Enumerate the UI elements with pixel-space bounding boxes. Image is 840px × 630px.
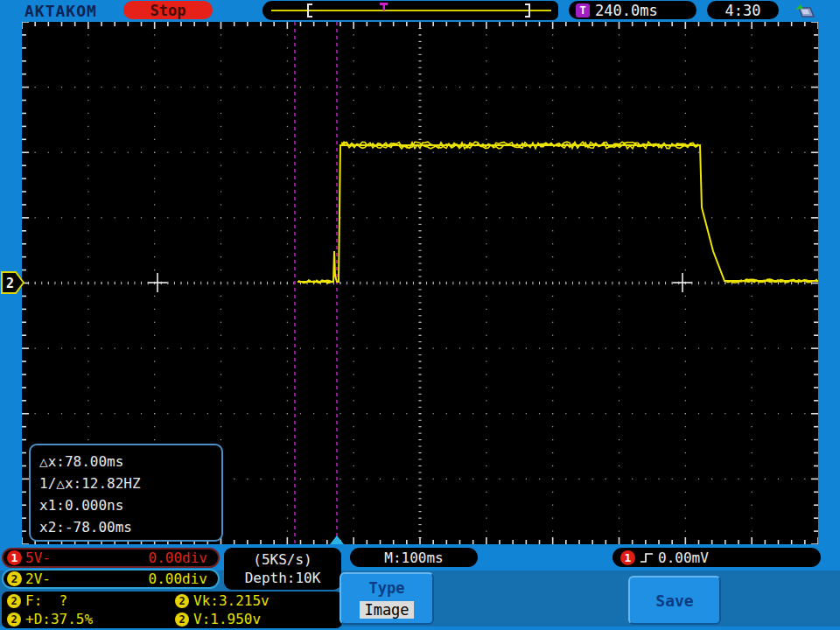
waveform-display: △x:78.00ms 1/△x:12.82HZ x1:0.000ns x2:-7… [22, 22, 818, 544]
trigger-position-graphic [262, 1, 558, 20]
trigger-source-badge: 1 [620, 550, 635, 565]
measurement-panel: 2 F: ? 2 Vk:3.215v 2 +D:37.5% 2 V:1.950v [2, 592, 342, 628]
rising-edge-icon [640, 551, 654, 564]
measurement-channel-badge: 2 [7, 594, 21, 608]
trigger-status: 1 0.00mV [612, 548, 821, 567]
trigger-delay-readout: T 240.0ms [569, 1, 696, 19]
brand-label: AKTAKOM [24, 2, 97, 20]
timebase-value: M:100ms [384, 550, 443, 566]
clock-value: 4:30 [725, 2, 761, 19]
svg-text:2: 2 [6, 276, 14, 291]
save-button[interactable]: Save [628, 576, 721, 625]
channel2-scale: 2V- [25, 570, 51, 587]
trigger-time-marker-icon [380, 3, 388, 10]
measurement-channel-badge: 2 [7, 612, 21, 626]
trigger-delay-value: 240.0ms [595, 2, 658, 19]
cursor-x2: x2:-78.00ms [39, 516, 221, 538]
memory-depth: Depth:10K [245, 569, 321, 587]
type-menu-button[interactable]: Type Image [340, 572, 434, 625]
measurement-channel-badge: 2 [175, 612, 189, 626]
usb-storage-icon [793, 2, 816, 19]
cursor-readout-box: △x:78.00ms 1/△x:12.82HZ x1:0.000ns x2:-7… [29, 444, 223, 542]
channel2-status[interactable]: 2 2V- 0.00div [2, 569, 220, 589]
run-state-badge[interactable]: Stop [123, 1, 213, 19]
timebase-readout: M:100ms [350, 548, 478, 567]
cursor-inverse-delta-x: 1/△x:12.82HZ [39, 472, 221, 494]
channel2-position-marker[interactable]: 2 [1, 271, 24, 294]
menu-title: Type [341, 579, 432, 597]
measurement-voltage: 2 V:1.950v [175, 611, 342, 627]
run-state-label: Stop [150, 2, 186, 19]
channel2-offset: 0.00div [149, 570, 207, 587]
sample-rate: (5KS/s) [253, 550, 312, 569]
trigger-position-bar [262, 1, 558, 20]
menu-selected-value[interactable]: Image [360, 601, 413, 619]
measurement-channel-badge: 2 [175, 594, 189, 608]
measurement-vk: 2 Vk:3.215v [175, 592, 342, 609]
channel1-status[interactable]: 1 5V- 0.00div [2, 548, 220, 568]
trigger-level-value: 0.00mV [658, 550, 709, 566]
clock: 4:30 [707, 1, 779, 19]
save-button-label: Save [655, 592, 693, 610]
measurement-frequency: 2 F: ? [7, 592, 175, 609]
channel2-badge: 2 [7, 571, 22, 586]
measurement-value: F: ? [25, 592, 67, 609]
cursor-x1: x1:0.000ns [39, 494, 221, 516]
measurement-value: Vk:3.215v [193, 592, 270, 609]
trigger-icon: T [576, 4, 590, 18]
measurement-value: +D:37.5% [25, 611, 93, 627]
acquisition-info: (5KS/s) Depth:10K [224, 548, 341, 590]
cursor-delta-x: △x:78.00ms [39, 451, 221, 472]
measurement-duty: 2 +D:37.5% [7, 611, 175, 627]
measurement-value: V:1.950v [193, 611, 261, 627]
oscilloscope-ui: AKTAKOM Stop T 240.0ms 4:30 △x:78.00ms 1… [0, 0, 840, 630]
channel1-badge: 1 [7, 550, 22, 565]
channel1-offset: 0.00div [149, 550, 207, 566]
channel1-scale: 5V- [25, 550, 51, 566]
